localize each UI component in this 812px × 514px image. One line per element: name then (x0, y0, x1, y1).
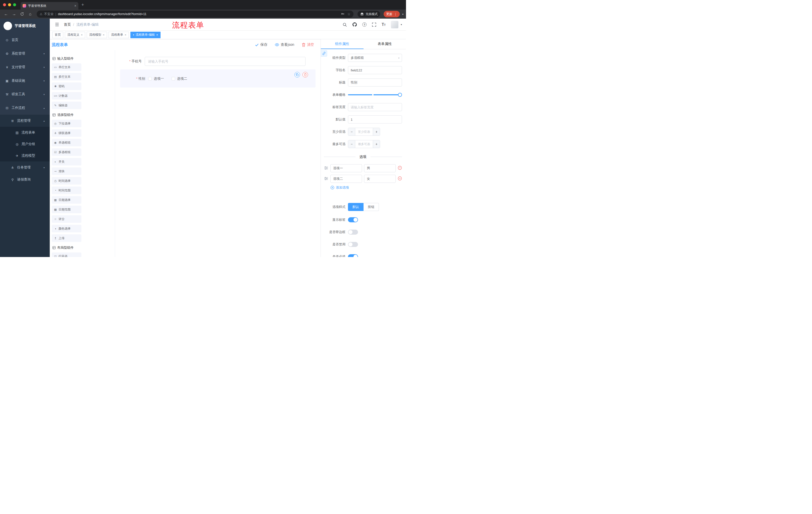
palette-item-radio-group[interactable]: ◉单选框组 (52, 139, 81, 146)
tab-process-definition[interactable]: 流程定义 × (65, 32, 85, 38)
palette-item-editor[interactable]: ✎编辑器 (52, 102, 81, 109)
remove-option-icon[interactable] (398, 176, 402, 181)
tab-form-props[interactable]: 表单属性 (364, 39, 406, 49)
palette-item-single-line-text[interactable]: ▭单行文本 (52, 63, 81, 71)
browser-menu-icon[interactable]: ⋮ (394, 12, 397, 16)
sidebar-fold-icon[interactable] (54, 21, 60, 28)
save-button[interactable]: 保存 (255, 43, 267, 47)
min-select-input[interactable] (355, 128, 373, 136)
plus-icon[interactable]: + (373, 128, 380, 136)
slider-track[interactable] (348, 94, 401, 95)
github-icon[interactable] (352, 22, 357, 27)
palette-item-switch[interactable]: ◐开关 (52, 158, 81, 165)
sidebar-item-process-model[interactable]: ✈ 流程模型 (0, 150, 50, 161)
forward-icon[interactable]: → (10, 10, 18, 18)
phone-input[interactable] (145, 57, 306, 66)
min-select-stepper[interactable]: − + (348, 128, 380, 136)
reload-icon[interactable] (19, 10, 26, 18)
close-icon[interactable]: × (81, 33, 83, 37)
close-icon[interactable]: × (103, 33, 105, 37)
label-width-input[interactable] (348, 103, 402, 111)
style-default-button[interactable]: 默认 (348, 203, 364, 211)
avatar[interactable] (391, 21, 399, 28)
address-bar[interactable]: ⚠ 不安全 | dashboard.yudao.iocoder.cn/bpm/m… (37, 10, 353, 18)
palette-item-cascader[interactable]: ⋔级联选择 (52, 129, 81, 137)
remove-option-icon[interactable] (398, 166, 402, 171)
palette-item-upload[interactable]: ↥上传 (52, 234, 81, 242)
plus-icon[interactable]: + (373, 140, 380, 148)
gender-option-1-checkbox[interactable]: 选项一 (148, 77, 164, 81)
sidebar-item-dev-tools[interactable]: ⚒ 研发工具 ▾ (0, 87, 50, 101)
option-2-value-input[interactable] (364, 175, 396, 183)
browser-tab[interactable]: 芋道管理系统 × (21, 2, 78, 9)
component-type-select[interactable]: 多选框组 ▾ (348, 54, 402, 62)
sidebar-item-process-mgmt[interactable]: ≣ 流程管理 ▴ (0, 115, 50, 127)
search-icon[interactable] (343, 22, 347, 27)
clear-button[interactable]: 清空 (302, 43, 314, 47)
palette-item-time-picker[interactable]: ◷时间选择 (52, 177, 81, 185)
palette-item-time-range[interactable]: ◔时间范围 (52, 187, 81, 194)
home-icon[interactable]: ⌂ (27, 10, 34, 18)
window-zoom-button[interactable] (13, 3, 16, 6)
minus-icon[interactable]: − (348, 140, 355, 148)
drag-handle-icon[interactable] (324, 177, 328, 181)
window-minimize-button[interactable] (8, 3, 11, 6)
canvas-field-phone[interactable]: 手机号 (120, 57, 316, 66)
sidebar-item-task-mgmt[interactable]: ⋔ 任务管理 ▾ (0, 161, 50, 173)
tab-process-model[interactable]: 流程模型 × (87, 32, 107, 38)
link-button[interactable] (321, 50, 327, 57)
password-key-icon[interactable] (341, 12, 345, 17)
title-input[interactable] (348, 78, 402, 86)
profile-caret-icon[interactable]: ▾ (402, 13, 404, 16)
help-icon[interactable]: ? (362, 22, 367, 27)
required-toggle[interactable] (348, 254, 358, 257)
field-name-input[interactable] (348, 66, 402, 74)
palette-item-row-container[interactable]: ◫行容器 (52, 252, 81, 257)
palette-item-rate[interactable]: ☆评分 (52, 215, 81, 223)
back-icon[interactable]: ← (2, 10, 9, 18)
show-label-toggle[interactable] (348, 217, 358, 222)
form-grid-slider[interactable] (348, 91, 402, 99)
palette-item-date-range[interactable]: ▩日期范围 (52, 206, 81, 213)
minus-icon[interactable]: − (348, 128, 355, 136)
close-icon[interactable]: × (125, 33, 126, 37)
sidebar-logo[interactable]: 芋道管理系统 (0, 19, 50, 33)
view-json-button[interactable]: 查看json (275, 43, 294, 47)
sidebar-item-home[interactable]: ⊙ 首页 (0, 33, 50, 47)
sidebar-item-system-mgmt[interactable]: ⚙ 系统管理 ▾ (0, 47, 50, 60)
window-close-button[interactable] (3, 3, 6, 6)
disabled-toggle[interactable] (348, 242, 358, 247)
drag-handle-icon[interactable] (324, 166, 328, 171)
palette-item-counter[interactable]: 123计数器 (52, 92, 81, 100)
tab-close-icon[interactable]: × (75, 4, 76, 8)
default-value-input[interactable] (348, 115, 402, 124)
palette-item-select[interactable]: ◎下拉选择 (52, 120, 81, 127)
sidebar-item-leave-query[interactable]: ⚲ 请假查询 (0, 173, 50, 186)
copy-component-button[interactable] (294, 72, 300, 77)
sidebar-item-process-form[interactable]: ▤ 流程表单 (0, 127, 50, 138)
sidebar-item-workflow[interactable]: ⊟ 工作流程 ▴ (0, 101, 50, 115)
sidebar-item-payment-mgmt[interactable]: ¥ 支付管理 ▾ (0, 60, 50, 74)
slider-handle[interactable] (398, 93, 402, 97)
gender-option-2-checkbox[interactable]: 选项二 (172, 77, 187, 81)
url-text[interactable]: dashboard.yudao.iocoder.cn/bpm/manager/f… (58, 12, 339, 16)
palette-item-checkbox-group[interactable]: ☑多选框组 (52, 148, 81, 156)
avatar-caret-icon[interactable]: ▾ (401, 23, 402, 26)
breadcrumb-home[interactable]: 首页 (64, 22, 71, 27)
bookmark-star-icon[interactable]: ☆ (347, 12, 350, 16)
palette-item-password[interactable]: ✱密码 (52, 82, 81, 90)
style-button-button[interactable]: 按钮 (364, 203, 379, 211)
option-1-label-input[interactable] (330, 164, 362, 172)
max-select-stepper[interactable]: − + (348, 140, 380, 148)
add-option-button[interactable]: 添加选项 (330, 185, 402, 190)
with-border-toggle[interactable] (348, 229, 358, 235)
palette-item-slider[interactable]: ⊸滑块 (52, 167, 81, 175)
close-icon[interactable]: × (156, 33, 158, 37)
max-select-input[interactable] (355, 140, 373, 148)
palette-item-date-picker[interactable]: ▦日期选择 (52, 196, 81, 204)
sidebar-item-user-group[interactable]: ◎ 用户分组 (0, 138, 50, 150)
option-1-value-input[interactable] (364, 164, 396, 172)
tab-process-form-edit[interactable]: ● 流程表单-编辑 × (130, 32, 161, 38)
tab-component-props[interactable]: 组件属性 (321, 39, 364, 49)
fullscreen-icon[interactable] (372, 22, 376, 27)
